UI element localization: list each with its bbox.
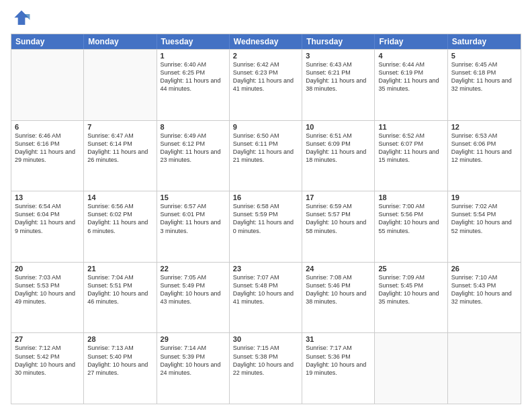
day-number: 4 bbox=[378, 52, 443, 60]
cal-cell bbox=[448, 333, 521, 404]
cell-info: Sunrise: 7:08 AM Sunset: 5:46 PM Dayligh… bbox=[306, 273, 371, 306]
day-number: 10 bbox=[306, 123, 371, 131]
calendar-header-row: SundayMondayTuesdayWednesdayThursdayFrid… bbox=[11, 34, 521, 49]
cell-info: Sunrise: 6:50 AM Sunset: 6:11 PM Dayligh… bbox=[233, 132, 298, 165]
cal-cell: 5Sunrise: 6:45 AM Sunset: 6:18 PM Daylig… bbox=[448, 50, 521, 120]
calendar-body: 1Sunrise: 6:40 AM Sunset: 6:25 PM Daylig… bbox=[11, 49, 521, 404]
cal-week-2: 13Sunrise: 6:54 AM Sunset: 6:04 PM Dayli… bbox=[11, 191, 521, 262]
cell-info: Sunrise: 6:43 AM Sunset: 6:21 PM Dayligh… bbox=[306, 60, 371, 93]
day-number: 22 bbox=[161, 265, 226, 273]
cell-info: Sunrise: 7:03 AM Sunset: 5:53 PM Dayligh… bbox=[15, 273, 80, 306]
cell-info: Sunrise: 7:13 AM Sunset: 5:40 PM Dayligh… bbox=[87, 344, 152, 377]
day-number: 28 bbox=[87, 335, 152, 343]
cell-info: Sunrise: 6:53 AM Sunset: 6:06 PM Dayligh… bbox=[451, 132, 517, 165]
logo bbox=[11, 8, 35, 30]
cal-cell: 14Sunrise: 6:56 AM Sunset: 6:02 PM Dayli… bbox=[84, 191, 157, 262]
cal-cell: 20Sunrise: 7:03 AM Sunset: 5:53 PM Dayli… bbox=[11, 263, 84, 333]
day-number: 25 bbox=[378, 265, 443, 273]
cal-cell: 30Sunrise: 7:15 AM Sunset: 5:38 PM Dayli… bbox=[230, 333, 302, 404]
cal-cell: 22Sunrise: 7:05 AM Sunset: 5:49 PM Dayli… bbox=[157, 263, 230, 333]
cal-cell: 16Sunrise: 6:58 AM Sunset: 5:59 PM Dayli… bbox=[230, 191, 302, 262]
day-number: 8 bbox=[161, 123, 226, 131]
day-number: 15 bbox=[161, 193, 226, 201]
logo-icon bbox=[11, 8, 32, 30]
cell-info: Sunrise: 6:59 AM Sunset: 5:57 PM Dayligh… bbox=[306, 202, 371, 235]
day-number: 11 bbox=[378, 123, 443, 131]
calendar: SundayMondayTuesdayWednesdayThursdayFrid… bbox=[11, 34, 521, 404]
day-number: 16 bbox=[233, 193, 298, 201]
day-number: 29 bbox=[161, 335, 226, 343]
cell-info: Sunrise: 6:54 AM Sunset: 6:04 PM Dayligh… bbox=[15, 202, 80, 235]
cal-cell: 28Sunrise: 7:13 AM Sunset: 5:40 PM Dayli… bbox=[84, 333, 157, 404]
cell-info: Sunrise: 7:14 AM Sunset: 5:39 PM Dayligh… bbox=[161, 344, 226, 377]
cell-info: Sunrise: 7:07 AM Sunset: 5:48 PM Dayligh… bbox=[233, 273, 298, 306]
cal-cell: 25Sunrise: 7:09 AM Sunset: 5:45 PM Dayli… bbox=[375, 263, 447, 333]
cell-info: Sunrise: 7:09 AM Sunset: 5:45 PM Dayligh… bbox=[378, 273, 443, 306]
cal-week-3: 20Sunrise: 7:03 AM Sunset: 5:53 PM Dayli… bbox=[11, 262, 521, 333]
day-number: 12 bbox=[451, 123, 517, 131]
day-number: 21 bbox=[87, 265, 152, 273]
cal-cell: 15Sunrise: 6:57 AM Sunset: 6:01 PM Dayli… bbox=[157, 191, 230, 262]
day-number: 27 bbox=[15, 335, 80, 343]
cal-cell: 10Sunrise: 6:51 AM Sunset: 6:09 PM Dayli… bbox=[302, 121, 375, 191]
cal-cell: 7Sunrise: 6:47 AM Sunset: 6:14 PM Daylig… bbox=[84, 121, 157, 191]
cal-cell: 31Sunrise: 7:17 AM Sunset: 5:36 PM Dayli… bbox=[302, 333, 375, 404]
cal-cell: 18Sunrise: 7:00 AM Sunset: 5:56 PM Dayli… bbox=[375, 191, 447, 262]
cal-header-friday: Friday bbox=[375, 34, 447, 49]
day-number: 26 bbox=[451, 265, 517, 273]
cell-info: Sunrise: 6:56 AM Sunset: 6:02 PM Dayligh… bbox=[87, 202, 152, 235]
day-number: 2 bbox=[233, 52, 298, 60]
cal-cell: 17Sunrise: 6:59 AM Sunset: 5:57 PM Dayli… bbox=[302, 191, 375, 262]
cell-info: Sunrise: 6:46 AM Sunset: 6:16 PM Dayligh… bbox=[15, 132, 80, 165]
cal-cell: 9Sunrise: 6:50 AM Sunset: 6:11 PM Daylig… bbox=[230, 121, 302, 191]
cal-header-wednesday: Wednesday bbox=[230, 34, 302, 49]
cal-header-thursday: Thursday bbox=[302, 34, 375, 49]
cal-header-sunday: Sunday bbox=[11, 34, 84, 49]
cell-info: Sunrise: 7:15 AM Sunset: 5:38 PM Dayligh… bbox=[233, 344, 298, 377]
day-number: 3 bbox=[306, 52, 371, 60]
cal-week-1: 6Sunrise: 6:46 AM Sunset: 6:16 PM Daylig… bbox=[11, 120, 521, 191]
cell-info: Sunrise: 6:44 AM Sunset: 6:19 PM Dayligh… bbox=[378, 60, 443, 93]
day-number: 23 bbox=[233, 265, 298, 273]
cal-cell: 26Sunrise: 7:10 AM Sunset: 5:43 PM Dayli… bbox=[448, 263, 521, 333]
cal-header-tuesday: Tuesday bbox=[157, 34, 230, 49]
day-number: 7 bbox=[87, 123, 152, 131]
cal-header-monday: Monday bbox=[84, 34, 157, 49]
day-number: 9 bbox=[233, 123, 298, 131]
cell-info: Sunrise: 7:04 AM Sunset: 5:51 PM Dayligh… bbox=[87, 273, 152, 306]
cal-cell: 6Sunrise: 6:46 AM Sunset: 6:16 PM Daylig… bbox=[11, 121, 84, 191]
cal-week-4: 27Sunrise: 7:12 AM Sunset: 5:42 PM Dayli… bbox=[11, 332, 521, 404]
cal-cell: 21Sunrise: 7:04 AM Sunset: 5:51 PM Dayli… bbox=[84, 263, 157, 333]
day-number: 1 bbox=[161, 52, 226, 60]
cell-info: Sunrise: 6:45 AM Sunset: 6:18 PM Dayligh… bbox=[451, 60, 517, 93]
cal-cell bbox=[11, 50, 84, 120]
day-number: 18 bbox=[378, 193, 443, 201]
cal-cell: 29Sunrise: 7:14 AM Sunset: 5:39 PM Dayli… bbox=[157, 333, 230, 404]
cell-info: Sunrise: 6:47 AM Sunset: 6:14 PM Dayligh… bbox=[87, 132, 152, 165]
cal-cell: 24Sunrise: 7:08 AM Sunset: 5:46 PM Dayli… bbox=[302, 263, 375, 333]
cell-info: Sunrise: 7:05 AM Sunset: 5:49 PM Dayligh… bbox=[161, 273, 226, 306]
day-number: 13 bbox=[15, 193, 80, 201]
day-number: 20 bbox=[15, 265, 80, 273]
cal-header-saturday: Saturday bbox=[448, 34, 521, 49]
cal-cell: 23Sunrise: 7:07 AM Sunset: 5:48 PM Dayli… bbox=[230, 263, 302, 333]
day-number: 5 bbox=[451, 52, 517, 60]
cal-cell: 19Sunrise: 7:02 AM Sunset: 5:54 PM Dayli… bbox=[448, 191, 521, 262]
day-number: 31 bbox=[306, 335, 371, 343]
cell-info: Sunrise: 7:10 AM Sunset: 5:43 PM Dayligh… bbox=[451, 273, 517, 306]
cell-info: Sunrise: 6:52 AM Sunset: 6:07 PM Dayligh… bbox=[378, 132, 443, 165]
cal-cell: 27Sunrise: 7:12 AM Sunset: 5:42 PM Dayli… bbox=[11, 333, 84, 404]
cell-info: Sunrise: 6:51 AM Sunset: 6:09 PM Dayligh… bbox=[306, 132, 371, 165]
cell-info: Sunrise: 7:12 AM Sunset: 5:42 PM Dayligh… bbox=[15, 344, 80, 377]
day-number: 17 bbox=[306, 193, 371, 201]
day-number: 14 bbox=[87, 193, 152, 201]
cal-cell bbox=[84, 50, 157, 120]
cell-info: Sunrise: 7:02 AM Sunset: 5:54 PM Dayligh… bbox=[451, 202, 517, 235]
day-number: 6 bbox=[15, 123, 80, 131]
cell-info: Sunrise: 7:17 AM Sunset: 5:36 PM Dayligh… bbox=[306, 344, 371, 377]
cal-week-0: 1Sunrise: 6:40 AM Sunset: 6:25 PM Daylig… bbox=[11, 49, 521, 120]
cal-cell: 3Sunrise: 6:43 AM Sunset: 6:21 PM Daylig… bbox=[302, 50, 375, 120]
cal-cell: 2Sunrise: 6:42 AM Sunset: 6:23 PM Daylig… bbox=[230, 50, 302, 120]
cal-cell: 4Sunrise: 6:44 AM Sunset: 6:19 PM Daylig… bbox=[375, 50, 447, 120]
cell-info: Sunrise: 6:40 AM Sunset: 6:25 PM Dayligh… bbox=[161, 60, 226, 93]
